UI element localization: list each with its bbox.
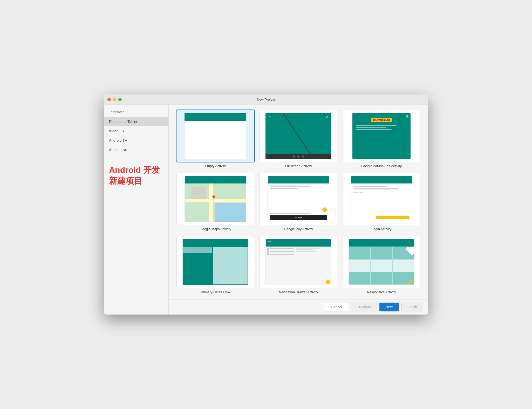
login-more-icon: ⋮ bbox=[357, 178, 360, 182]
back-icon: ← bbox=[187, 114, 191, 119]
template-preview-responsive: ← ⋮ bbox=[343, 236, 420, 288]
gpay-pay: Pay bbox=[297, 216, 302, 219]
admob-badge: Interstitial Ad bbox=[371, 118, 392, 122]
template-card-pay[interactable]: ← ⋮ G Pay bbox=[260, 173, 337, 231]
admob-mockup: Interstitial Ad bbox=[352, 113, 411, 159]
nav-bar bbox=[265, 154, 331, 159]
login-dot-5 bbox=[362, 192, 363, 193]
login-dots bbox=[353, 192, 410, 193]
admob-dot bbox=[406, 115, 408, 118]
sidebar-item-wear-os[interactable]: Wear OS bbox=[104, 126, 168, 136]
nav-dot-3 bbox=[302, 155, 304, 158]
template-name-navdrawer: Navigation Drawer Activity bbox=[279, 290, 318, 294]
finish-button[interactable]: Finish bbox=[401, 303, 423, 311]
template-name-login: Login Activity bbox=[372, 227, 391, 231]
template-card-maps[interactable]: ← ⋮ 📍 bbox=[176, 173, 254, 231]
sidebar-item-automotive[interactable]: Automotive bbox=[104, 145, 168, 154]
resp-back-icon: ← bbox=[351, 241, 354, 245]
next-button[interactable]: Next bbox=[379, 303, 399, 311]
responsive-grid bbox=[349, 247, 414, 285]
template-preview-login: ← ⋮ bbox=[343, 173, 420, 225]
template-card-primary-detail[interactable]: Primary/Detail Flow bbox=[176, 236, 254, 294]
login-btn bbox=[376, 216, 410, 219]
pay-back-icon: ← bbox=[270, 178, 274, 182]
minimize-button[interactable] bbox=[113, 98, 116, 101]
maps-topbar: ← ⋮ bbox=[185, 176, 246, 183]
fullscreen-mockup: ← ⤢ bbox=[265, 113, 331, 159]
template-card-admob[interactable]: Interstitial Ad Google AdMob Ads Activit… bbox=[343, 110, 420, 168]
template-card-login[interactable]: ← ⋮ bbox=[343, 173, 420, 231]
gpay-button: G Pay bbox=[270, 215, 327, 220]
template-card-empty-activity[interactable]: ← Empty Activity bbox=[176, 110, 254, 168]
content-line-1 bbox=[296, 248, 320, 249]
list-item-2 bbox=[183, 249, 212, 251]
titlebar: New Project bbox=[104, 94, 428, 105]
annotation-line1: Android 开发 bbox=[109, 165, 163, 176]
admob-line-2 bbox=[356, 127, 386, 128]
navdrawer-topbar: ☰ ⋮ bbox=[266, 239, 331, 247]
resp-cell-2 bbox=[371, 247, 392, 259]
drawer-line-2 bbox=[270, 251, 294, 252]
template-preview-admob: Interstitial Ad bbox=[343, 110, 420, 162]
content-line-2 bbox=[296, 249, 313, 250]
navdrawer-mockup: ☰ ⋮ bbox=[265, 239, 331, 285]
template-name-responsive: Responsive Activity bbox=[367, 290, 396, 294]
drawer-circle-1 bbox=[267, 248, 269, 250]
template-card-nav-drawer[interactable]: ☰ ⋮ bbox=[260, 236, 337, 294]
sidebar-item-android-tv[interactable]: Android TV bbox=[104, 136, 168, 145]
empty-activity-mockup: ← bbox=[185, 113, 246, 159]
primary-topbar bbox=[183, 239, 248, 247]
resp-cell-1 bbox=[349, 247, 370, 259]
template-name-maps: Google Maps Activity bbox=[200, 227, 231, 231]
login-dot-2 bbox=[356, 192, 357, 193]
login-body bbox=[351, 183, 412, 222]
resp-cell-5 bbox=[371, 260, 392, 272]
responsive-fab bbox=[409, 280, 413, 283]
login-dot-4 bbox=[360, 192, 361, 193]
map-building bbox=[191, 187, 206, 199]
login-dot-3 bbox=[358, 192, 359, 193]
primary-mockup bbox=[182, 239, 248, 285]
svg-line-0 bbox=[283, 113, 314, 159]
diagonal-svg bbox=[265, 113, 331, 159]
primary-body bbox=[183, 247, 248, 285]
admob-lines bbox=[352, 124, 411, 131]
list-item-3 bbox=[183, 251, 212, 253]
pay-more-icon: ⋮ bbox=[324, 178, 327, 182]
pay-topbar: ← ⋮ bbox=[268, 176, 329, 183]
template-preview-fullscreen: ← ⤢ bbox=[260, 110, 337, 162]
maps-body: 📍 bbox=[185, 183, 246, 222]
sidebar: Templates Phone and Tablet Wear OS Andro… bbox=[104, 105, 169, 315]
sidebar-item-phone-tablet[interactable]: Phone and Tablet bbox=[104, 117, 168, 126]
close-button[interactable] bbox=[107, 98, 111, 101]
window-controls bbox=[107, 98, 122, 101]
template-card-responsive[interactable]: ← ⋮ bbox=[343, 236, 420, 294]
navdrawer-menu-icon: ☰ bbox=[268, 241, 271, 245]
cancel-button[interactable]: Cancel bbox=[325, 303, 348, 311]
template-card-fullscreen[interactable]: ← ⤢ Ful bbox=[260, 110, 337, 168]
template-name-fullscreen: Fullscreen Activity bbox=[285, 164, 312, 168]
map-pin-icon: 📍 bbox=[210, 195, 217, 201]
pay-fab bbox=[322, 207, 327, 212]
nav-dot-2 bbox=[297, 155, 299, 158]
template-name-empty: Empty Activity bbox=[205, 164, 226, 168]
responsive-topbar: ← ⋮ bbox=[349, 239, 414, 247]
window-title: New Project bbox=[257, 98, 275, 101]
login-topbar: ← ⋮ bbox=[351, 176, 412, 183]
footer: Cancel Previous Next Finish bbox=[169, 299, 428, 315]
pay-mockup: ← ⋮ G Pay bbox=[268, 176, 329, 222]
previous-button[interactable]: Previous bbox=[351, 303, 377, 311]
login-mockup: ← ⋮ bbox=[351, 176, 412, 222]
navdrawer-content bbox=[295, 247, 331, 285]
template-preview-empty: ← bbox=[176, 110, 254, 162]
template-name-primary: Primary/Detail Flow bbox=[201, 290, 230, 294]
drawer-circle-2 bbox=[267, 250, 269, 253]
resp-cell-4 bbox=[349, 260, 370, 272]
template-name-admob: Google AdMob Ads Activity bbox=[361, 164, 401, 168]
drawer-circle-3 bbox=[267, 253, 269, 255]
maximize-button[interactable] bbox=[118, 98, 122, 101]
template-preview-primary bbox=[176, 236, 254, 288]
main-area: ← Empty Activity ← ⤢ bbox=[169, 105, 428, 315]
annotation-line2: 新建项目 bbox=[109, 176, 163, 187]
drawer-item-1 bbox=[267, 248, 294, 250]
